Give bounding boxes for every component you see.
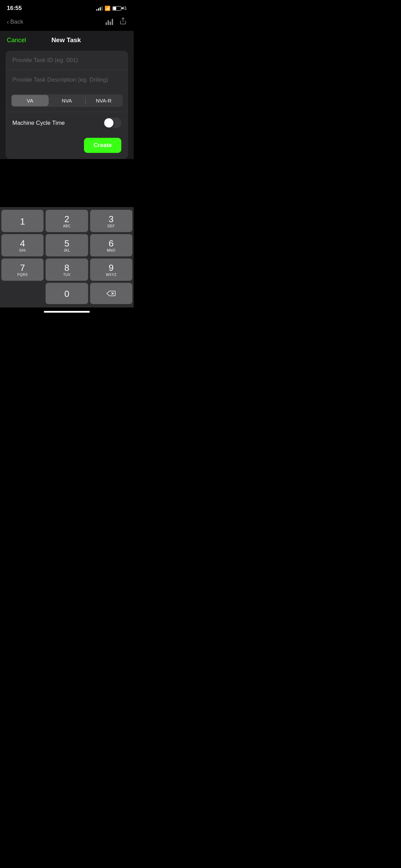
- cancel-button[interactable]: Cancel: [7, 37, 26, 44]
- key-7[interactable]: 7 PQRS: [1, 258, 44, 281]
- keyboard-row-1: 1 2 ABC 3 DEF: [1, 210, 132, 232]
- battery-level: 41: [122, 6, 127, 11]
- key-0[interactable]: 0: [46, 283, 88, 304]
- share-icon[interactable]: [119, 17, 127, 27]
- key-3[interactable]: 3 DEF: [90, 210, 132, 232]
- key-5[interactable]: 5 JKL: [46, 234, 88, 256]
- keyboard-row-4: 0: [1, 283, 132, 304]
- segment-nva-r[interactable]: NVA-R: [85, 95, 122, 106]
- signal-icon: [96, 6, 102, 11]
- page-header: Cancel New Task: [0, 31, 134, 51]
- create-button[interactable]: Create: [84, 138, 121, 153]
- machine-cycle-row: Machine Cycle Time: [5, 112, 128, 134]
- back-label: Back: [10, 19, 23, 25]
- chart-icon[interactable]: [106, 19, 113, 25]
- machine-cycle-label: Machine Cycle Time: [12, 120, 65, 126]
- main-content: Cancel New Task VA NVA NVA-R Machine Cyc…: [0, 31, 134, 159]
- segment-nva[interactable]: NVA: [49, 95, 85, 106]
- status-bar: 16:55 📶 41: [0, 0, 134, 14]
- form-card: VA NVA NVA-R Machine Cycle Time Create: [5, 51, 128, 159]
- status-time: 16:55: [7, 5, 22, 12]
- key-4[interactable]: 4 GHI: [1, 234, 44, 256]
- segment-control: VA NVA NVA-R: [11, 94, 123, 107]
- task-desc-input[interactable]: [5, 70, 128, 89]
- page-title: New Task: [51, 36, 81, 44]
- key-9[interactable]: 9 WXYZ: [90, 258, 132, 281]
- task-id-input[interactable]: [5, 51, 128, 70]
- wifi-icon: 📶: [105, 5, 110, 11]
- toggle-knob: [104, 118, 113, 128]
- keyboard-row-3: 7 PQRS 8 TUV 9 WXYZ: [1, 258, 132, 281]
- keyboard: 1 2 ABC 3 DEF 4 GHI 5 JKL 6 MNO 7 PQRS: [0, 207, 134, 308]
- create-row: Create: [5, 134, 128, 159]
- key-empty-left: [1, 283, 44, 304]
- status-icons: 📶 41: [96, 5, 127, 11]
- mid-spacer: [0, 166, 134, 207]
- back-button[interactable]: ‹ Back: [7, 19, 23, 26]
- keyboard-row-2: 4 GHI 5 JKL 6 MNO: [1, 234, 132, 256]
- battery-icon: 41: [112, 6, 127, 11]
- key-1[interactable]: 1: [1, 210, 44, 232]
- machine-cycle-toggle[interactable]: [104, 118, 121, 128]
- home-indicator: [0, 308, 134, 315]
- key-6[interactable]: 6 MNO: [90, 234, 132, 256]
- nav-bar: ‹ Back: [0, 14, 134, 31]
- key-8[interactable]: 8 TUV: [46, 258, 88, 281]
- key-2[interactable]: 2 ABC: [46, 210, 88, 232]
- nav-right-icons: [106, 17, 127, 27]
- segment-va[interactable]: VA: [12, 95, 48, 106]
- home-bar: [44, 311, 90, 313]
- chevron-left-icon: ‹: [7, 19, 9, 26]
- delete-icon: [106, 290, 116, 297]
- key-delete[interactable]: [90, 283, 132, 304]
